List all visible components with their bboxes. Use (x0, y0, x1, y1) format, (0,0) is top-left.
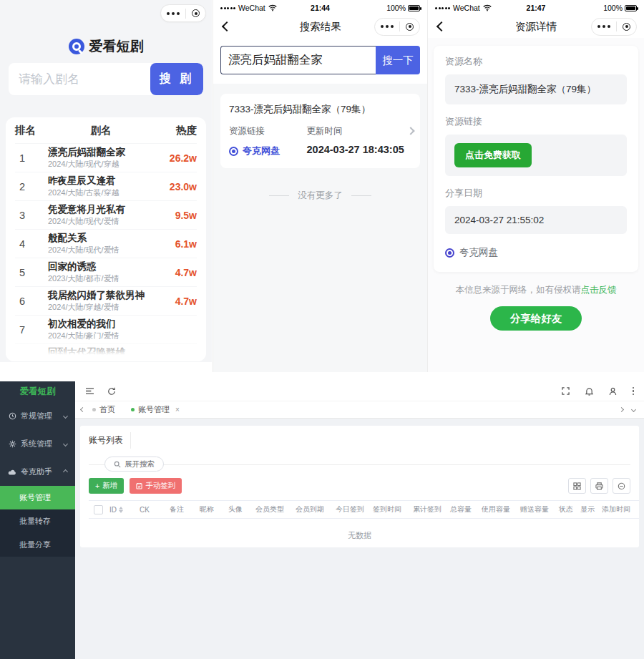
provider-label: 夸克网盘 (243, 145, 280, 157)
account-list-card: 账号列表 展开搜索 +新增 手动签到 (80, 426, 639, 547)
table-column-header[interactable]: CK (137, 506, 167, 514)
add-account-button[interactable]: +新增 (89, 478, 124, 494)
drama-heat: 4.7w (154, 267, 197, 278)
app-title: 爱看短剧 (89, 37, 144, 56)
rank-row[interactable]: 5 回家的诱惑 2023/大陆/都市/爱情 4.7w (15, 258, 197, 286)
layout-grid-icon[interactable] (568, 478, 586, 494)
wechat-capsule[interactable] (374, 18, 420, 36)
detail-card: 资源名称 7333-漂亮后妈甜翻全家（79集） 资源链接 点击免费获取 分享日期… (434, 46, 638, 272)
table-column-header[interactable]: 添加时间 (600, 504, 639, 514)
close-target-button[interactable] (617, 23, 636, 31)
select-all-checkbox[interactable] (94, 505, 103, 514)
feedback-link[interactable]: 点击反馈 (581, 285, 617, 295)
wechat-capsule[interactable] (160, 4, 206, 22)
battery-icon (625, 5, 637, 11)
rank-number: 6 (15, 296, 48, 307)
table-column-header[interactable]: 昵称 (197, 504, 226, 514)
col-name: 剧名 (48, 124, 154, 137)
signal-icon (435, 7, 450, 9)
share-date-value: 2024-03-27 21:55:02 (445, 206, 627, 234)
rank-row[interactable]: 3 凭爱意将月光私有 2024/大陆/现代/爱情 9.5w (15, 200, 197, 229)
drama-search-input[interactable] (9, 63, 150, 95)
print-icon[interactable] (590, 478, 608, 494)
rank-row[interactable]: 4 般配关系 2024/大陆/现代/爱情 6.1w (15, 229, 197, 258)
table-column-header[interactable]: 累计签到 (411, 504, 448, 514)
table-column-header[interactable]: 会员类型 (253, 504, 293, 514)
target-icon (623, 23, 630, 31)
rank-number: 2 (15, 181, 48, 192)
sidebar-item-batch-share[interactable]: 批量分享 (0, 533, 75, 557)
drama-name: 般配关系 (48, 232, 154, 245)
result-search-input[interactable] (220, 46, 376, 74)
admin-sidebar: 爱看短剧 常规管理 系统管理 夸克助手 账号管理 批量转存 批量分享 (0, 381, 75, 659)
refresh-icon[interactable] (107, 387, 116, 396)
provider-radio-row[interactable]: 夸克网盘 (445, 246, 627, 259)
table-column-header[interactable]: 备注 (167, 504, 197, 514)
get-free-button[interactable]: 点击免费获取 (454, 143, 532, 167)
table-column-header[interactable]: 头像 (226, 504, 253, 514)
more-icon[interactable] (375, 25, 399, 28)
table-column-header[interactable]: 使用容量 (479, 504, 518, 514)
drama-name: 昨夜星辰又逢君 (48, 175, 154, 187)
admin-content: 账号列表 展开搜索 +新增 手动签到 (75, 419, 644, 659)
table-column-header[interactable]: 会员到期 (293, 504, 333, 514)
sidebar-item-label: 夸克助手 (21, 467, 52, 477)
sidebar-item-quark-helper[interactable]: 夸克助手 (0, 458, 75, 486)
wechat-capsule[interactable] (591, 18, 637, 36)
table-column-header[interactable]: 总容量 (448, 504, 479, 514)
fullscreen-icon[interactable] (562, 387, 570, 395)
more-icon[interactable] (161, 12, 185, 15)
rank-row[interactable]: 2 昨夜星辰又逢君 2024/大陆/古装/穿越 23.0w (15, 172, 197, 200)
app-logo-row: 爱看短剧 (0, 37, 212, 56)
more-vertical-icon[interactable] (633, 387, 635, 396)
user-icon[interactable] (609, 387, 617, 396)
sort-icon[interactable] (119, 507, 123, 513)
resource-detail-panel: WeChat 21:47 100% 资源详情 资源名称 (427, 0, 644, 372)
admin-brand[interactable]: 爱看短剧 (0, 381, 75, 402)
dashboard-icon (8, 412, 16, 421)
search-drama-button[interactable]: 搜 剧 (150, 63, 203, 95)
table-toolbar: +新增 手动签到 (89, 478, 630, 494)
sidebar-item-account-manage[interactable]: 账号管理 (0, 486, 75, 509)
table-column-header[interactable]: 显示 (578, 504, 600, 514)
sidebar-item-batch-save[interactable]: 批量转存 (0, 509, 75, 533)
tab-account-manage[interactable]: 账号管理 × (123, 401, 187, 418)
minus-circle-icon[interactable] (613, 478, 630, 494)
drama-meta: 2024/大陆/古装/穿越 (48, 187, 154, 198)
sidebar-item-system[interactable]: 系统管理 (0, 430, 75, 458)
rank-row[interactable]: 1 漂亮后妈甜翻全家 2024/大陆/现代/穿越 26.2w (15, 143, 197, 172)
chevron-down-icon (63, 414, 68, 419)
tab-home[interactable]: 首页 (84, 401, 123, 418)
tab-dot (92, 408, 96, 411)
sidebar-item-general[interactable]: 常规管理 (0, 402, 75, 430)
search-again-button[interactable]: 搜一下 (376, 46, 420, 74)
table-column-header[interactable]: 今日签到 (333, 504, 371, 514)
signal-icon (220, 7, 235, 9)
account-list-tab[interactable]: 账号列表 (89, 432, 131, 449)
resource-link-box: 点击免费获取 (445, 135, 627, 176)
tabs-menu-icon[interactable] (631, 407, 636, 412)
tab-close-icon[interactable]: × (175, 406, 180, 414)
tabs-scroll-right-icon[interactable] (619, 407, 624, 412)
drama-meta: 2024/大陆/现代/爱情 (48, 245, 154, 255)
result-card[interactable]: 7333-漂亮后妈甜翻全家（79集） 资源链接 夸克网盘 更新时间 2024-0… (220, 94, 420, 168)
drama-meta: 2023/大陆/都市/爱情 (48, 273, 154, 284)
bell-icon[interactable] (585, 387, 593, 396)
table-column-header[interactable]: 签到时间 (371, 504, 411, 514)
collapse-menu-icon[interactable] (85, 387, 94, 395)
chevron-right-icon (408, 124, 414, 137)
manual-checkin-button[interactable]: 手动签到 (130, 478, 182, 494)
table-column-header[interactable]: 赠送容量 (518, 504, 557, 514)
more-icon[interactable] (592, 25, 616, 28)
close-target-button[interactable] (186, 9, 205, 17)
rank-row[interactable]: 6 我居然闪婚了禁欲男神 2024/大陆/穿越/爱情 4.7w (15, 286, 197, 315)
expand-search-button[interactable]: 展开搜索 (104, 457, 164, 472)
drama-meta: 2024/大陆/穿越/爱情 (48, 302, 154, 313)
nav-bar: 资源详情 (428, 16, 644, 37)
table-column-header[interactable]: 状态 (557, 504, 578, 514)
share-to-friend-button[interactable]: 分享给好友 (490, 306, 582, 331)
close-target-button[interactable] (400, 23, 419, 31)
add-label: 新增 (102, 481, 117, 491)
battery-icon (408, 5, 420, 11)
chevron-down-icon (63, 441, 68, 446)
